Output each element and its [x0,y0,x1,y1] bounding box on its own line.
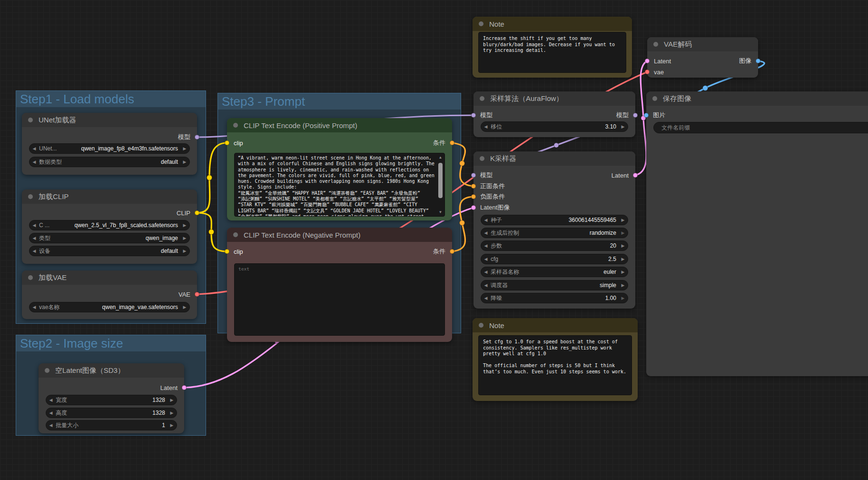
decrement-arrow-icon[interactable] [46,408,56,418]
node-title-bar[interactable]: 保存图像 [646,91,868,106]
output-slot-vae[interactable] [195,292,199,297]
input-slot-images[interactable] [644,113,649,118]
node-save-image[interactable]: 保存图像 图片 文件名前缀 [646,91,868,376]
widget-batch-size[interactable]: 批量大小 1 [46,420,177,430]
widget-cfg[interactable]: cfg 2.5 [481,254,628,264]
node-positive-prompt[interactable]: CLIP Text Encode (Positive Prompt) clip … [227,118,452,220]
widget-height[interactable]: 高度 1328 [46,408,177,418]
node-title-bar[interactable]: CLIP Text Encode (Negative Prompt) [227,228,452,242]
decrement-arrow-icon[interactable] [481,121,491,132]
input-slot-negative-conditioning[interactable] [471,194,476,199]
decrement-arrow-icon[interactable] [481,228,491,238]
input-slot-latent-image[interactable] [471,205,476,210]
widget-clip-type[interactable]: 类型 qwen_image [29,233,190,243]
node-title-bar[interactable]: UNet加载器 [22,113,197,127]
input-slot-model[interactable] [471,113,476,118]
output-slot-model[interactable] [633,113,638,118]
increment-arrow-icon[interactable] [618,254,628,264]
increment-arrow-icon[interactable] [180,302,189,312]
decrement-arrow-icon[interactable] [30,302,39,312]
collapse-dot-icon[interactable] [45,368,49,373]
increment-arrow-icon[interactable] [180,246,189,256]
widget-filename-prefix[interactable]: 文件名前缀 [653,122,868,133]
output-slot-clip[interactable] [195,210,199,215]
decrement-arrow-icon[interactable] [481,240,491,251]
node-model-sampling-auraflow[interactable]: 采样算法（AuraFlow） 模型 模型 移位 3.10 [473,91,635,137]
increment-arrow-icon[interactable] [618,240,628,251]
decrement-arrow-icon[interactable] [30,220,39,230]
node-clip-loader[interactable]: 加载CLIP CLIP C ... qwen_2.5_vl_7b_fp8_sca… [22,190,197,264]
decrement-arrow-icon[interactable] [30,157,39,167]
increment-arrow-icon[interactable] [180,143,189,154]
node-negative-prompt[interactable]: CLIP Text Encode (Negative Prompt) clip … [227,228,452,342]
decrement-arrow-icon[interactable] [46,420,56,430]
node-title-bar[interactable]: VAE解码 [647,37,758,51]
input-slot-positive-conditioning[interactable] [471,184,476,189]
node-title-bar[interactable]: 加载CLIP [22,190,197,204]
collapse-dot-icon[interactable] [28,194,33,199]
increment-arrow-icon[interactable] [167,395,177,405]
node-note-cfg[interactable]: Note Set cfg to 1.0 for a speed boost at… [473,318,638,401]
node-vae-decode[interactable]: VAE解码 Latent 图像 vae [647,37,758,78]
decrement-arrow-icon[interactable] [481,280,491,290]
node-ksampler[interactable]: K采样器 模型 Latent 正面条件 负面条件 Latent图像 种子 360… [473,151,635,309]
decrement-arrow-icon[interactable] [481,215,491,225]
decrement-arrow-icon[interactable] [30,246,39,256]
node-unet-loader[interactable]: UNet加载器 模型 UNet... qwen_image_fp8_e4m3fn… [22,113,197,175]
collapse-dot-icon[interactable] [233,232,238,237]
increment-arrow-icon[interactable] [618,228,628,238]
increment-arrow-icon[interactable] [167,408,177,418]
node-title-bar[interactable]: K采样器 [473,151,635,166]
collapse-dot-icon[interactable] [28,118,33,122]
group-step2-title[interactable]: Step2 - Image size [16,335,206,351]
input-slot-latent[interactable] [645,59,650,63]
node-title-bar[interactable]: 空Latent图像（SD3） [39,363,184,378]
scrollbar-thumb[interactable] [438,163,443,198]
widget-width[interactable]: 宽度 1328 [46,395,177,405]
input-slot-vae[interactable] [645,70,650,74]
scroll-up-icon[interactable] [438,155,443,160]
node-title-bar[interactable]: 加载VAE [22,270,197,285]
widget-seed[interactable]: 种子 360061445559465 [481,215,628,225]
decrement-arrow-icon[interactable] [30,143,39,154]
group-step3-title[interactable]: Step3 - Prompt [218,93,461,110]
widget-weight-dtype[interactable]: 数据类型 default [29,157,190,167]
widget-denoise[interactable]: 降噪 1.00 [481,293,628,303]
output-slot-image[interactable] [756,59,760,63]
increment-arrow-icon[interactable] [167,420,177,430]
node-title-bar[interactable]: Note [473,17,632,31]
widget-steps[interactable]: 步数 20 [481,240,628,251]
collapse-dot-icon[interactable] [233,123,238,128]
decrement-arrow-icon[interactable] [481,254,491,264]
increment-arrow-icon[interactable] [618,215,628,225]
collapse-dot-icon[interactable] [480,156,484,161]
decrement-arrow-icon[interactable] [481,267,491,277]
node-graph-canvas[interactable]: Step1 - Load models Step2 - Image size S… [0,0,868,480]
node-title-bar[interactable]: CLIP Text Encode (Positive Prompt) [227,118,452,132]
textarea-scrollbar[interactable] [438,155,443,215]
output-slot-latent[interactable] [633,173,638,178]
widget-vae-name[interactable]: vae名称 qwen_image_vae.safetensors [29,302,190,312]
node-note-shift[interactable]: Note Increase the shift if you get too m… [473,17,632,78]
negative-prompt-textarea[interactable]: text [234,263,445,336]
decrement-arrow-icon[interactable] [30,233,39,243]
output-slot-model[interactable] [195,135,199,140]
collapse-dot-icon[interactable] [652,96,657,101]
increment-arrow-icon[interactable] [618,267,628,277]
increment-arrow-icon[interactable] [618,293,628,303]
input-slot-clip[interactable] [225,249,229,254]
node-vae-loader[interactable]: 加载VAE VAE vae名称 qwen_image_vae.safetenso… [22,270,197,319]
output-slot-latent[interactable] [182,385,187,390]
group-step1-title[interactable]: Step1 - Load models [16,91,206,107]
node-title-bar[interactable]: Note [473,318,638,332]
positive-prompt-textarea[interactable]: “A vibrant, warm neon-lit street scene i… [234,153,445,217]
decrement-arrow-icon[interactable] [481,293,491,303]
widget-clip-name[interactable]: C ... qwen_2.5_vl_7b_fp8_scaled.safetens… [29,220,190,230]
increment-arrow-icon[interactable] [618,280,628,290]
note-textarea[interactable]: Increase the shift if you get too many b… [478,32,626,73]
collapse-dot-icon[interactable] [479,323,483,328]
increment-arrow-icon[interactable] [180,233,189,243]
widget-sampler-name[interactable]: 采样器名称 euler [481,267,628,277]
collapse-dot-icon[interactable] [479,21,483,26]
widget-shift[interactable]: 移位 3.10 [481,121,628,132]
